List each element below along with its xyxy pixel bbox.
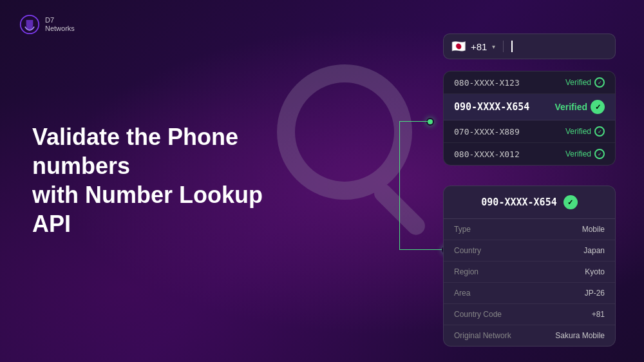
detail-label-country: Country [454, 246, 481, 255]
logo-networks: Networks [45, 24, 75, 33]
detail-label-area: Area [454, 289, 470, 298]
number-row-1[interactable]: 080-XXXX-X123 Verified ✓ [444, 71, 615, 94]
verified-icon-4: ✓ [594, 149, 605, 159]
detail-value-country: Japan [583, 246, 605, 255]
text-cursor [511, 41, 513, 52]
verified-icon-3: ✓ [594, 126, 605, 137]
detail-value-country-code: +81 [592, 310, 605, 319]
connector-vertical [399, 121, 400, 250]
dropdown-arrow-icon[interactable]: ▾ [492, 43, 495, 50]
detail-phone-number: 090-XXXX-X654 [481, 196, 556, 208]
connector-horizontal-bottom [399, 249, 444, 250]
detail-row-country-code: Country Code +81 [444, 304, 615, 325]
detail-label-type: Type [454, 225, 471, 234]
phone-number-4: 080-XXXX-X012 [454, 149, 520, 159]
phone-number-2: 090-XXXX-X654 [454, 101, 529, 113]
numbers-list-card: 080-XXXX-X123 Verified ✓ 090-XXXX-X654 V… [443, 71, 616, 166]
number-row-4[interactable]: 080-XXXX-X012 Verified ✓ [444, 143, 615, 165]
detail-header: 090-XXXX-X654 ✓ [444, 186, 615, 219]
detail-row-region: Region Kyoto [444, 262, 615, 283]
phone-number-3: 070-XXXX-X889 [454, 127, 520, 137]
detail-label-region: Region [454, 267, 478, 276]
detail-row-type: Type Mobile [444, 219, 615, 240]
hero-title: Validate the Phone numbers with Number L… [32, 122, 277, 238]
phone-number-1: 080-XXXX-X123 [454, 78, 520, 88]
flag-icon: 🇯🇵 [451, 39, 466, 53]
verified-badge-3: Verified ✓ [565, 126, 605, 137]
number-row-3[interactable]: 070-XXXX-X889 Verified ✓ [444, 120, 615, 143]
detail-value-type: Mobile [582, 225, 605, 234]
detail-card: 090-XXXX-X654 ✓ Type Mobile Country Japa… [443, 186, 616, 347]
hero-section: Validate the Phone numbers with Number L… [32, 122, 277, 238]
detail-label-network: Original Network [454, 331, 511, 340]
detail-value-area: JP-26 [585, 289, 605, 298]
magnifier-decoration [277, 64, 457, 245]
input-divider [503, 41, 504, 52]
logo: D7 Networks [19, 14, 75, 35]
detail-row-country: Country Japan [444, 240, 615, 262]
verified-icon-2: ✓ [591, 100, 605, 114]
detail-value-network: Sakura Mobile [555, 331, 605, 340]
detail-row-area: Area JP-26 [444, 283, 615, 304]
dot-indicator-top [426, 118, 434, 126]
verified-badge-4: Verified ✓ [565, 149, 605, 159]
logo-d7: D7 [45, 16, 75, 24]
country-code: +81 [471, 41, 487, 52]
verified-icon-1: ✓ [594, 77, 605, 88]
verified-badge-2: Verified ✓ [554, 100, 605, 114]
phone-input-card[interactable]: 🇯🇵 +81 ▾ [443, 33, 616, 59]
detail-value-region: Kyoto [585, 267, 605, 276]
detail-label-country-code: Country Code [454, 310, 502, 319]
logo-icon [19, 14, 40, 35]
connector-horizontal-top [399, 121, 428, 122]
number-row-2[interactable]: 090-XXXX-X654 Verified ✓ [444, 94, 615, 120]
detail-verified-icon: ✓ [564, 195, 578, 209]
detail-row-network: Original Network Sakura Mobile [444, 325, 615, 346]
verified-badge-1: Verified ✓ [565, 77, 605, 88]
